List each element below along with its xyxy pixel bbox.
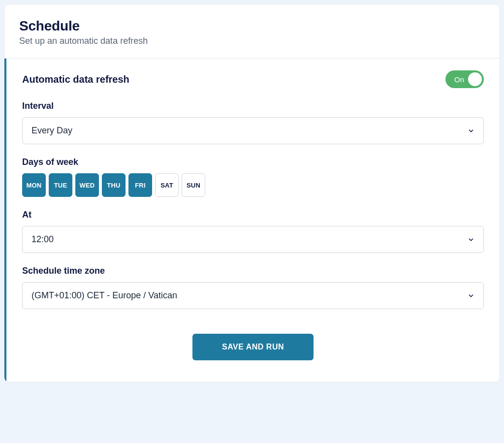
timezone-value: (GMT+01:00) CET - Europe / Vatican — [32, 290, 177, 301]
page-title: Schedule — [19, 18, 485, 34]
timezone-select[interactable]: (GMT+01:00) CET - Europe / Vatican — [22, 282, 484, 309]
toggle-row: Automatic data refresh On — [22, 70, 484, 88]
auto-refresh-heading: Automatic data refresh — [22, 74, 129, 85]
interval-select[interactable]: Every Day — [22, 117, 484, 144]
timezone-label: Schedule time zone — [22, 266, 484, 276]
day-fri[interactable]: FRI — [128, 173, 152, 197]
interval-field: Interval Every Day — [22, 101, 484, 144]
day-sat[interactable]: SAT — [155, 173, 179, 197]
save-and-run-button[interactable]: SAVE AND RUN — [192, 334, 314, 360]
at-label: At — [22, 210, 484, 220]
at-select[interactable]: 12:00 — [22, 226, 484, 253]
interval-label: Interval — [22, 101, 484, 111]
day-thu[interactable]: THU — [102, 173, 126, 197]
days-label: Days of week — [22, 157, 484, 167]
timezone-field: Schedule time zone (GMT+01:00) CET - Eur… — [22, 266, 484, 309]
days-container: MONTUEWEDTHUFRISATSUN — [22, 173, 484, 197]
card-header: Schedule Set up an automatic data refres… — [4, 4, 500, 59]
days-field: Days of week MONTUEWEDTHUFRISATSUN — [22, 157, 484, 197]
auto-refresh-toggle[interactable]: On — [445, 70, 484, 88]
day-wed[interactable]: WED — [75, 173, 99, 197]
day-sun[interactable]: SUN — [182, 173, 205, 197]
action-row: SAVE AND RUN — [22, 334, 484, 360]
interval-value: Every Day — [32, 126, 72, 136]
day-mon[interactable]: MON — [22, 173, 46, 197]
day-tue[interactable]: TUE — [49, 173, 72, 197]
chevron-down-icon — [468, 236, 474, 243]
chevron-down-icon — [468, 292, 474, 299]
at-value: 12:00 — [32, 234, 54, 245]
chevron-down-icon — [468, 127, 474, 134]
schedule-card: Schedule Set up an automatic data refres… — [4, 4, 500, 382]
card-body: Automatic data refresh On Interval Every… — [4, 59, 500, 382]
toggle-state-label: On — [454, 75, 464, 84]
toggle-knob — [468, 72, 482, 86]
at-field: At 12:00 — [22, 210, 484, 253]
page-subtitle: Set up an automatic data refresh — [19, 36, 485, 46]
